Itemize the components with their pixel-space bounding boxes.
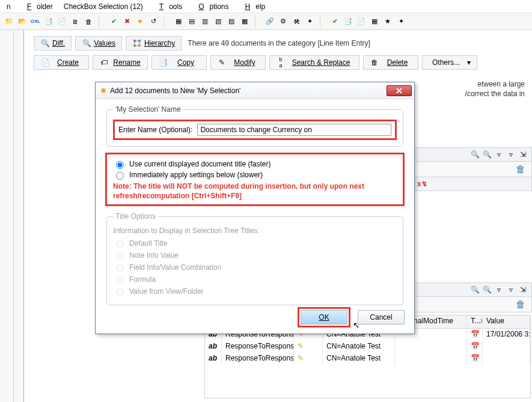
view-values-button[interactable]: 🔍 Values [75,36,122,50]
opt-formula [116,276,124,284]
menu-partial[interactable]: n [1,1,16,12]
cancel-button[interactable]: Cancel [358,310,405,324]
tb-link-icon[interactable]: 🔗 [264,16,275,27]
menu-tools[interactable]: Tools [148,1,188,12]
mini-grid-bottom: 🔍 🔍 ▿ ▿ ⇲ 🗑 [414,282,532,312]
menu-folder[interactable]: Folder [16,1,58,12]
delete-button[interactable]: 🗑 Delete [363,55,418,70]
tb-folder2-icon[interactable]: 📂 [17,16,28,27]
zoom-out-icon[interactable]: 🔍 [470,150,480,159]
table-row[interactable]: abResponseToResponse✎CN=Anatole Test📅 [205,341,530,353]
tb-oxl-icon[interactable]: OXL [30,16,41,27]
dialog-title: Add 12 documents to New 'My Selection' [110,87,383,95]
bg-line1: etween a large [477,80,525,88]
xi-icon[interactable]: x↯ [417,180,427,188]
rename-button[interactable]: 🏷 Rename [93,55,148,70]
col-value[interactable]: Value [483,315,530,328]
tb-p5-icon[interactable]: ▨ [226,16,237,27]
copy-icon: 📑 [158,58,168,67]
tb-p6-icon[interactable]: ▩ [239,16,250,27]
tb-xx-icon[interactable]: ✦ [304,16,315,27]
chevron-down-icon: ▾ [467,58,471,67]
trash-icon[interactable]: 🗑 [516,164,525,175]
view-diff-button[interactable]: 🔍 Diff. [34,36,72,50]
dialog-icon: ✺ [100,87,106,95]
modify-button[interactable]: ✎ Modify [210,55,266,70]
create-label: Create [54,58,82,67]
view-hierarchy-label: Hierarchy [144,39,175,47]
trash-icon2[interactable]: 🗑 [516,299,525,310]
zoom-in-icon2[interactable]: 🔍 [482,285,492,294]
tb-gcopy-icon[interactable]: 📑 [343,16,353,27]
export-icon2[interactable]: ⇲ [518,285,528,294]
copy-button[interactable]: 📑 Copy [151,55,207,70]
tb-p2-icon[interactable]: ▤ [186,16,197,27]
bg-line2: /correct the data in [465,90,525,98]
col-t[interactable]: T...x↯ [467,315,483,328]
view-hierarchy-button[interactable]: Hierarchy [126,36,182,50]
tb-remove-icon[interactable]: 🗑 [83,16,94,27]
tb-undo-icon[interactable]: ↺ [148,16,159,27]
filter-icon[interactable]: ▿ [494,150,504,159]
radio-use-current[interactable] [116,161,124,169]
tb-copy-icon[interactable]: 📑 [43,16,54,27]
opt-field-combo-label: Field Info/Value Combination [129,263,221,272]
selection-name-input[interactable] [197,124,391,136]
opt-formula-label: Formula [129,275,156,284]
create-button[interactable]: 📄 Create [34,55,89,70]
name-fieldset: 'My Selection' Name Enter Name (Optional… [106,105,403,147]
tb-gstar-icon[interactable]: ★ [382,16,393,27]
cancel-label: Cancel [370,313,392,321]
action-bar: 📄 Create 🏷 Rename 📑 Copy ✎ Modify ba Sea… [34,55,526,70]
delete-label: Delete [383,58,412,67]
table-row[interactable]: abResponseToResponse✎CN=Anatole Test📅 [205,353,530,365]
ok-button[interactable]: OK [301,310,347,324]
filter-icon2[interactable]: ▿ [494,285,504,294]
dialog-titlebar[interactable]: ✺ Add 12 documents to New 'My Selection' [96,82,414,99]
tb-gpage-icon[interactable]: 📄 [356,16,367,27]
search-label: Search & Replace [289,58,353,67]
radio-use-current-label: Use current displayed document title (fa… [129,160,271,168]
tb-new-icon[interactable]: 📄 [57,16,67,27]
ok-label: OK [319,313,329,321]
tb-open-icon[interactable]: 📁 [4,16,14,27]
others-button[interactable]: Others... ▾ [422,55,477,70]
tb-p4-icon[interactable]: ▧ [213,16,224,27]
tb-gtable-icon[interactable]: ▦ [369,16,380,27]
tb-check-icon[interactable]: ✔ [108,16,119,27]
menu-help[interactable]: Help [234,1,271,12]
opt-note-info-label: Note Info Value [129,251,179,260]
modify-label: Modify [230,58,259,67]
tb-gtick-icon[interactable]: ✔ [329,16,340,27]
tb-cross-icon[interactable]: ✖ [121,16,132,27]
close-button[interactable] [387,85,412,96]
tb-file-icon[interactable]: 🗎 [70,16,81,27]
filter2-icon[interactable]: ▿ [506,150,516,159]
zoom-out-icon2[interactable]: 🔍 [470,285,480,294]
search-replace-button[interactable]: ba Search & Replace [269,55,359,70]
title-options-fieldset: Title Options Information to Display in … [106,212,403,305]
title-options-info: Information to Display in Selection Tree… [113,227,397,235]
filter2-icon2[interactable]: ▿ [506,285,516,294]
menubar: n Folder CheckBox Selection (12) Tools O… [0,0,532,13]
others-label: Others... [429,58,463,67]
opt-viewfolder [116,288,124,296]
name-highlight: Enter Name (Optional): [113,120,397,140]
radio-apply-below[interactable] [116,172,124,180]
view-values-label: Values [94,39,115,47]
tb-gear-icon[interactable]: ⚙ [278,16,289,27]
tb-p1-icon[interactable]: ▦ [173,16,184,27]
diff-icon: 🔍 [40,38,50,48]
tb-star-icon[interactable]: ★ [135,16,145,27]
radio-apply-below-label: Immediately apply settings below (slower… [129,171,263,179]
view-bar: 🔍 Diff. 🔍 Values Hierarchy There are 49 … [34,36,526,50]
tb-p3-icon[interactable]: ▥ [200,16,210,27]
export-icon[interactable]: ⇲ [518,150,528,159]
menu-checkbox[interactable]: CheckBox Selection (12) [58,1,148,12]
zoom-in-icon[interactable]: 🔍 [482,150,492,159]
tb-ghi-icon[interactable]: ✦ [396,16,406,27]
tb-tool-icon[interactable]: 🛠 [291,16,302,27]
name-legend: 'My Selection' Name [113,105,183,114]
menu-options[interactable]: Options [188,1,234,12]
search-icon: ba [276,58,286,67]
